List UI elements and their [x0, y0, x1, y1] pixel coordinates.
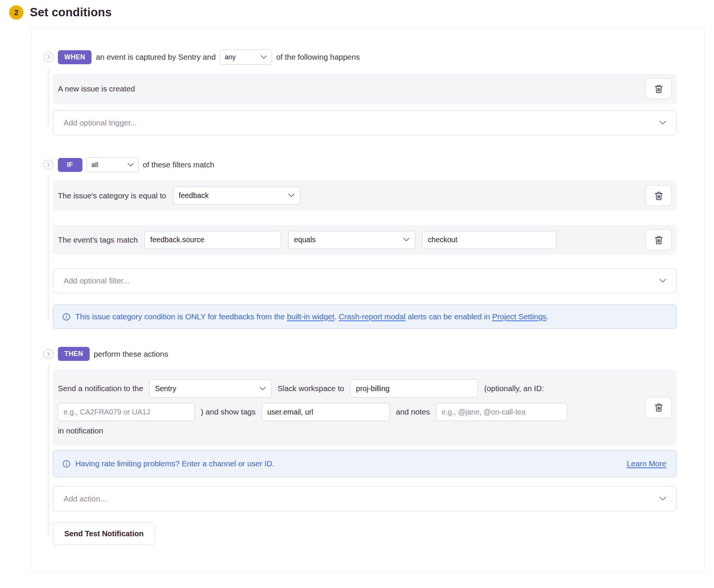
when-label-after: of the following happens: [276, 53, 360, 62]
page-header: 2 Set conditions: [0, 0, 714, 20]
then-label: perform these actions: [94, 350, 168, 359]
when-match-select[interactable]: any: [220, 50, 272, 65]
then-badge: THEN: [58, 347, 90, 361]
select-value: feedback: [179, 191, 209, 200]
slack-action-content: Send a notification to the Sentry Slack …: [58, 379, 639, 435]
chevron-right-circle-icon: [43, 52, 54, 62]
chevron-down-icon: [659, 121, 666, 125]
action-line-3: in notification: [58, 426, 639, 435]
crash-report-modal-link[interactable]: Crash-report modal: [339, 312, 406, 321]
conditions-panel: WHEN an event is captured by Sentry and …: [31, 27, 705, 572]
if-header: IF all of these filters match: [43, 157, 677, 172]
action-line-2: ) and show tags and notes: [58, 403, 639, 421]
project-settings-link[interactable]: Project Settings: [492, 312, 546, 321]
info-circle-icon: [62, 313, 70, 321]
send-test-notification-button[interactable]: Send Test Notification: [53, 523, 155, 545]
info-text-part: alerts can be enabled in: [405, 312, 492, 321]
when-section: WHEN an event is captured by Sentry and …: [53, 50, 677, 135]
add-action[interactable]: Add action...: [53, 486, 677, 511]
when-header: WHEN an event is captured by Sentry and …: [43, 50, 677, 65]
in-notification-label: in notification: [58, 426, 103, 435]
workspace-select[interactable]: Sentry: [149, 379, 272, 398]
trash-icon: [654, 191, 664, 201]
info-text-part: This issue category condition is ONLY fo…: [75, 312, 287, 321]
tag-operator-select[interactable]: equals: [288, 231, 415, 249]
chevron-down-icon: [261, 55, 267, 59]
workspace-label: Slack workspace to: [278, 384, 345, 393]
tag-key-input[interactable]: [144, 231, 281, 249]
filter-tags-row: The event's tags match equals: [53, 225, 677, 255]
chevron-down-icon: [127, 163, 134, 167]
if-match-select[interactable]: all: [87, 157, 139, 172]
info-text-part: .: [334, 312, 338, 321]
chevron-down-icon: [659, 497, 666, 501]
filter-category-row: The issue's category is equal to feedbac…: [53, 181, 677, 210]
section-connector-line: [48, 175, 49, 319]
rate-limit-info-box: Having rate limiting problems? Enter a c…: [53, 450, 677, 477]
select-value: all: [92, 161, 98, 169]
rate-limit-text: Having rate limiting problems? Enter a c…: [75, 459, 274, 468]
category-info-box: This issue category condition is ONLY fo…: [53, 305, 677, 329]
send-notification-label: Send a notification to the: [58, 384, 143, 393]
page-title: Set conditions: [30, 6, 112, 19]
notes-label: and notes: [396, 407, 430, 416]
section-connector-line: [48, 365, 49, 535]
delete-condition-button[interactable]: [646, 78, 672, 99]
add-filter-placeholder: Add optional filter...: [64, 276, 129, 285]
trash-icon: [654, 402, 664, 412]
info-text-part: .: [546, 312, 549, 321]
if-badge: IF: [58, 158, 82, 172]
select-value: Sentry: [155, 384, 176, 393]
built-in-widget-link[interactable]: built-in widget: [287, 312, 334, 321]
optional-id-label: (optionally, an ID:: [484, 384, 544, 393]
trash-icon: [654, 84, 664, 94]
delete-filter-button[interactable]: [646, 229, 672, 250]
then-header: THEN perform these actions: [43, 347, 677, 361]
chevron-right-circle-icon: [43, 349, 54, 359]
learn-more-link[interactable]: Learn More: [627, 459, 666, 468]
channel-input[interactable]: [350, 379, 478, 398]
chevron-down-icon: [659, 279, 666, 283]
step-number-badge: 2: [9, 5, 23, 20]
delete-action-button[interactable]: [646, 397, 672, 418]
tags-input[interactable]: [262, 403, 390, 421]
filter-category-label: The issue's category is equal to: [58, 191, 166, 200]
add-trigger-placeholder: Add optional trigger...: [64, 118, 137, 127]
when-condition-row: A new issue is created: [53, 74, 677, 104]
category-info-text: This issue category condition is ONLY fo…: [75, 309, 549, 325]
delete-filter-button[interactable]: [646, 185, 672, 206]
select-value: equals: [294, 235, 315, 244]
then-section: THEN perform these actions Send a notifi…: [53, 347, 677, 545]
chevron-down-icon: [403, 238, 410, 242]
chevron-down-icon: [288, 193, 295, 198]
trash-icon: [654, 235, 664, 245]
chevron-right-circle-icon: [43, 159, 54, 170]
section-connector-line: [48, 68, 49, 125]
category-select[interactable]: feedback: [173, 187, 300, 205]
action-line-1: Send a notification to the Sentry Slack …: [58, 379, 639, 398]
when-badge: WHEN: [58, 50, 92, 64]
add-optional-trigger[interactable]: Add optional trigger...: [53, 110, 677, 135]
when-label-before: an event is captured by Sentry and: [96, 53, 216, 62]
filter-tags-label: The event's tags match: [58, 235, 138, 244]
add-optional-filter[interactable]: Add optional filter...: [53, 268, 677, 293]
if-section: IF all of these filters match The issue'…: [53, 157, 677, 329]
add-action-placeholder: Add action...: [64, 494, 107, 503]
if-label-after: of these filters match: [143, 160, 214, 169]
slack-action-row: Send a notification to the Sentry Slack …: [53, 369, 677, 446]
channel-id-input[interactable]: [58, 403, 195, 421]
tag-value-input[interactable]: [422, 231, 556, 249]
info-circle-icon: [62, 460, 70, 468]
notes-input[interactable]: [436, 403, 567, 421]
select-value: any: [225, 53, 236, 61]
chevron-down-icon: [259, 387, 266, 391]
condition-label: A new issue is created: [58, 84, 135, 93]
show-tags-label: ) and show tags: [201, 407, 256, 416]
